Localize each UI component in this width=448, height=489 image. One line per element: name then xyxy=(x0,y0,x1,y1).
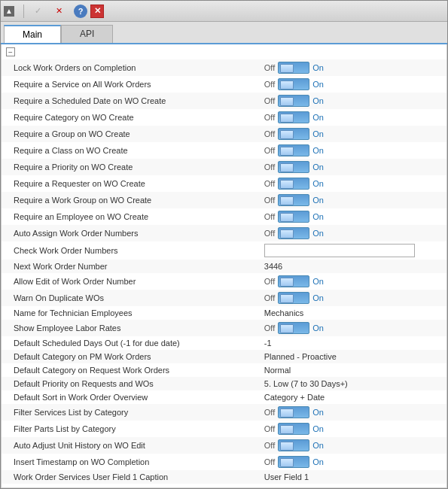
toggle-on-label: On xyxy=(312,146,324,155)
toggle-off-label: Off xyxy=(264,63,275,72)
toggle-switch[interactable] xyxy=(278,178,309,190)
toggle-switch[interactable] xyxy=(278,111,309,123)
row-label: Filter Services List by Category xyxy=(2,404,260,421)
row-value[interactable]: OffOn xyxy=(260,421,446,437)
toggle-off-label: Off xyxy=(264,179,275,188)
title-bar: ▲ ✓ ✕ ? ✕ xyxy=(1,1,447,22)
toggle-switch[interactable] xyxy=(278,211,309,223)
row-value[interactable]: OffOn xyxy=(260,159,446,175)
row-label: Lock Work Orders on Completion xyxy=(2,59,260,76)
toggle-switch[interactable] xyxy=(278,144,309,156)
table-row: Work Order Services User Field 1 Caption… xyxy=(2,470,446,484)
help-button[interactable]: ? xyxy=(74,5,87,18)
row-label: Auto Adjust Unit History on WO Edit xyxy=(2,437,260,454)
tab-main[interactable]: Main xyxy=(4,25,61,43)
toggle-container: OffOn xyxy=(264,194,442,206)
toggle-off-label: Off xyxy=(264,293,275,302)
toggle-container: OffOn xyxy=(264,292,442,304)
row-value[interactable]: OffOn xyxy=(260,93,446,109)
toggle-switch[interactable] xyxy=(278,227,309,239)
table-row: Default Category on Request Work OrdersN… xyxy=(2,363,446,377)
toggle-switch[interactable] xyxy=(278,292,309,304)
row-value: -1 xyxy=(260,336,446,350)
toggle-container: OffOn xyxy=(264,62,442,74)
separator-1 xyxy=(23,5,24,18)
toggle-off-label: Off xyxy=(264,196,275,205)
row-label: Default Scheduled Days Out (-1 for due d… xyxy=(2,336,260,350)
row-label: Require a Scheduled Date on WO Create xyxy=(2,93,260,109)
row-label: Filter Parts List by Category xyxy=(2,421,260,437)
row-label: Work Order Services User Field 1 Caption xyxy=(2,470,260,484)
toggle-switch[interactable] xyxy=(278,423,309,435)
toggle-off-label: Off xyxy=(264,129,275,138)
toggle-switch[interactable] xyxy=(278,62,309,74)
toggle-on-label: On xyxy=(312,162,324,172)
text-input[interactable] xyxy=(264,244,415,257)
table-row: Require a Priority on WO CreateOffOn xyxy=(2,159,446,175)
toggle-on-label: On xyxy=(312,457,324,466)
section-toggle[interactable]: − xyxy=(6,47,15,56)
row-label: Require Category on WO Create xyxy=(2,109,260,126)
row-value[interactable]: OffOn xyxy=(260,437,446,454)
toggle-switch[interactable] xyxy=(278,322,309,334)
toggle-switch[interactable] xyxy=(278,275,309,287)
value-text: -1 xyxy=(264,339,272,348)
row-label: Insert Timestamp on WO Completion xyxy=(2,454,260,470)
toggle-switch[interactable] xyxy=(278,439,309,451)
toggle-switch[interactable] xyxy=(278,456,309,468)
row-value[interactable]: OffOn xyxy=(260,59,446,76)
toggle-switch[interactable] xyxy=(278,95,309,107)
value-text: 5. Low (7 to 30 Days+) xyxy=(264,379,348,388)
table-row: Require a Class on WO CreateOffOn xyxy=(2,142,446,159)
toggle-off-label: Off xyxy=(264,408,275,417)
toggle-switch[interactable] xyxy=(278,161,309,173)
toggle-switch[interactable] xyxy=(278,406,309,418)
row-label: Name for Technician Employees xyxy=(2,306,260,320)
row-label: Work Order Services User Field 2 Caption xyxy=(2,484,260,488)
table-row: Filter Parts List by CategoryOffOn xyxy=(2,421,446,437)
toggle-switch[interactable] xyxy=(278,78,309,90)
row-value[interactable]: OffOn xyxy=(260,290,446,306)
toggle-off-label: Off xyxy=(264,229,275,238)
toggle-container: OffOn xyxy=(264,275,442,287)
toggle-container: OffOn xyxy=(264,178,442,190)
window-icon: ▲ xyxy=(4,6,14,17)
row-value[interactable] xyxy=(260,241,446,260)
row-value[interactable]: OffOn xyxy=(260,208,446,225)
table-row: Work Order Services User Field 2 Caption… xyxy=(2,484,446,488)
main-content: − Lock Work Orders on CompletionOffOnReq… xyxy=(1,44,447,488)
row-value[interactable]: OffOn xyxy=(260,273,446,290)
tab-api[interactable]: API xyxy=(61,25,113,43)
toggle-switch[interactable] xyxy=(278,128,309,140)
row-value[interactable]: OffOn xyxy=(260,109,446,126)
row-value[interactable]: OffOn xyxy=(260,404,446,421)
close-button[interactable]: ✕ xyxy=(90,5,104,18)
row-value[interactable]: OffOn xyxy=(260,175,446,192)
toggle-container: OffOn xyxy=(264,456,442,468)
toggle-on-label: On xyxy=(312,441,324,450)
toggle-on-label: On xyxy=(312,196,324,205)
row-label: Warn On Duplicate WOs xyxy=(2,290,260,306)
toggle-on-label: On xyxy=(312,113,324,122)
row-label: Require an Employee on WO Create xyxy=(2,208,260,225)
row-value[interactable]: OffOn xyxy=(260,225,446,241)
toggle-switch[interactable] xyxy=(278,194,309,206)
table-row: Require a Requester on WO CreateOffOn xyxy=(2,175,446,192)
row-value[interactable]: OffOn xyxy=(260,142,446,159)
row-value[interactable]: OffOn xyxy=(260,192,446,208)
row-value: User Field 2 xyxy=(260,484,446,488)
value-text: User Field 2 xyxy=(264,486,309,488)
table-row: Require a Service on All Work OrdersOffO… xyxy=(2,76,446,93)
row-label: Check Work Order Numbers xyxy=(2,241,260,260)
cancel-button[interactable]: ✕ xyxy=(51,5,69,17)
toggle-container: OffOn xyxy=(264,78,442,90)
row-value[interactable]: OffOn xyxy=(260,320,446,336)
toggle-container: OffOn xyxy=(264,406,442,418)
toggle-on-label: On xyxy=(312,408,324,417)
row-value[interactable]: OffOn xyxy=(260,76,446,93)
row-label: Default Category on Request Work Orders xyxy=(2,363,260,377)
toggle-container: OffOn xyxy=(264,144,442,156)
row-value[interactable]: OffOn xyxy=(260,126,446,142)
row-value[interactable]: OffOn xyxy=(260,454,446,470)
save-button[interactable]: ✓ xyxy=(30,5,48,17)
